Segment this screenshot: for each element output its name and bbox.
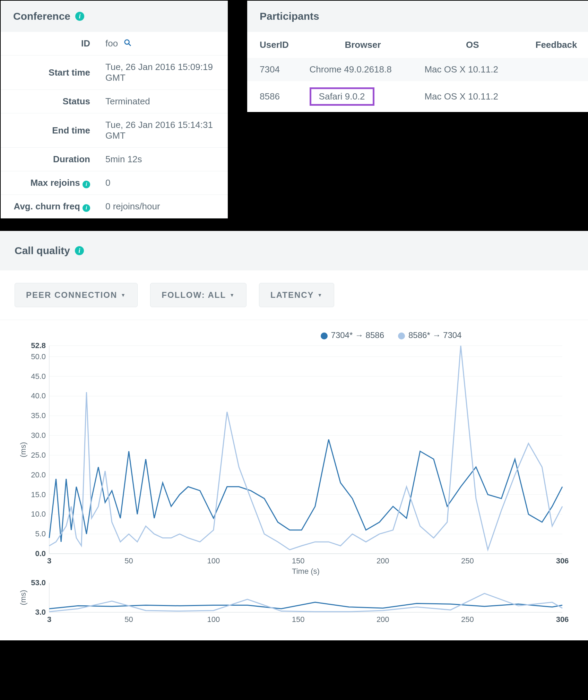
conference-id: foo [105,38,118,49]
participants-panel: Participants UserID Browser OS Feedback … [247,1,588,112]
svg-text:(ms): (ms) [19,590,27,605]
row-value: foo [98,32,228,55]
svg-text:250: 250 [461,556,474,565]
caret-down-icon: ▼ [121,292,126,298]
cell-userid: 8586 [247,81,305,112]
legend-item[interactable]: 7304* → 8586 [321,330,384,340]
svg-text:50: 50 [124,556,133,565]
participants-title: Participants [260,10,319,22]
svg-text:5.0: 5.0 [35,529,46,538]
cell-browser: Safari 9.0.2 [305,81,421,112]
table-row: End timeTue, 26 Jan 2016 15:14:31 GMT [1,113,228,148]
table-row: Duration5min 12s [1,148,228,171]
row-value: 0 rejoins/hour [98,195,228,218]
search-icon[interactable] [124,38,131,49]
cell-browser: Chrome 49.0.2618.8 [305,58,421,81]
call-quality-title: Call quality [15,245,70,257]
row-value: Tue, 26 Jan 2016 15:09:19 GMT [98,55,228,90]
svg-text:100: 100 [207,615,220,624]
svg-text:3: 3 [47,615,51,624]
svg-text:100: 100 [207,556,220,565]
svg-text:10.0: 10.0 [31,510,46,518]
row-label: End time [1,113,98,148]
latency-chart[interactable]: 0.05.010.015.020.025.030.035.040.045.050… [15,342,569,578]
legend-dot-icon [398,332,405,339]
svg-text:50: 50 [124,615,133,624]
svg-text:150: 150 [292,556,305,565]
row-label: Duration [1,148,98,171]
svg-text:250: 250 [461,615,474,624]
conference-panel: Conference i ID foo Start timeTue, 26 Ja… [1,1,228,218]
svg-text:20.0: 20.0 [31,470,46,479]
row-value: Terminated [98,90,228,113]
table-row: Start timeTue, 26 Jan 2016 15:09:19 GMT [1,55,228,90]
chart-legend: 7304* → 8586 8586* → 7304 [209,330,573,340]
caret-down-icon: ▼ [318,292,323,298]
svg-text:45.0: 45.0 [31,372,46,381]
chart-area: 7304* → 8586 8586* → 7304 0.05.010.015.0… [0,320,588,640]
row-label: Max rejoins i [1,171,98,195]
conference-title: Conference [13,10,70,22]
legend-dot-icon [321,332,328,339]
row-label: Start time [1,55,98,90]
svg-text:52.8: 52.8 [31,342,46,350]
row-label: Status [1,90,98,113]
filter-row: PEER CONNECTION▼ FOLLOW: ALL▼ LATENCY▼ [0,270,588,320]
svg-text:30.0: 30.0 [31,431,46,440]
participants-header: Participants [247,1,588,32]
legend-item[interactable]: 8586* → 7304 [398,330,461,340]
row-label: ID [1,32,98,55]
svg-text:35.0: 35.0 [31,411,46,420]
table-row[interactable]: 8586Safari 9.0.2Mac OS X 10.11.2 [247,81,588,112]
cell-userid: 7304 [247,58,305,81]
cell-feedback [525,58,588,81]
svg-text:15.0: 15.0 [31,490,46,499]
svg-text:200: 200 [377,615,389,624]
table-row: Avg. churn freq i0 rejoins/hour [1,195,228,218]
svg-text:3: 3 [47,556,51,565]
table-row: StatusTerminated [1,90,228,113]
col-userid: UserID [247,32,305,58]
conference-header: Conference i [1,1,228,32]
row-value: 5min 12s [98,148,228,171]
participants-table: UserID Browser OS Feedback 7304Chrome 49… [247,32,588,112]
svg-text:3.0: 3.0 [35,608,46,616]
call-quality-panel: Call quality i PEER CONNECTION▼ FOLLOW: … [0,231,588,640]
call-quality-header: Call quality i [0,231,588,270]
svg-line-1 [129,44,131,46]
latency-overview-chart[interactable]: 3.053.0350100150200250306(ms) [15,579,569,624]
info-icon[interactable]: i [83,181,90,188]
table-row: Max rejoins i0 [1,171,228,195]
info-icon[interactable]: i [75,12,84,21]
row-label: Avg. churn freq i [1,195,98,218]
svg-point-0 [125,40,129,44]
conference-table: ID foo Start timeTue, 26 Jan 2016 15:09:… [1,32,228,218]
cell-os: Mac OS X 10.11.2 [420,58,525,81]
svg-text:25.0: 25.0 [31,451,46,459]
svg-text:150: 150 [292,615,305,624]
svg-text:306: 306 [556,615,569,624]
col-os: OS [420,32,525,58]
table-row[interactable]: 7304Chrome 49.0.2618.8Mac OS X 10.11.2 [247,58,588,81]
caret-down-icon: ▼ [230,292,235,298]
peer-connection-dropdown[interactable]: PEER CONNECTION▼ [15,283,138,307]
svg-text:306: 306 [556,556,569,565]
table-row: ID foo [1,32,228,55]
cell-feedback [525,81,588,112]
row-value: 0 [98,171,228,195]
svg-text:(ms): (ms) [19,442,27,457]
svg-text:40.0: 40.0 [31,391,46,400]
info-icon[interactable]: i [83,204,90,212]
svg-text:200: 200 [377,556,389,565]
info-icon[interactable]: i [75,246,84,255]
follow-dropdown[interactable]: FOLLOW: ALL▼ [150,283,247,307]
svg-text:Time (s): Time (s) [292,567,320,576]
col-feedback: Feedback [525,32,588,58]
row-value: Tue, 26 Jan 2016 15:14:31 GMT [98,113,228,148]
svg-text:0.0: 0.0 [35,549,46,558]
svg-text:50.0: 50.0 [31,352,46,361]
cell-os: Mac OS X 10.11.2 [420,81,525,112]
metric-dropdown[interactable]: LATENCY▼ [259,283,334,307]
svg-text:53.0: 53.0 [31,579,46,587]
col-browser: Browser [305,32,421,58]
